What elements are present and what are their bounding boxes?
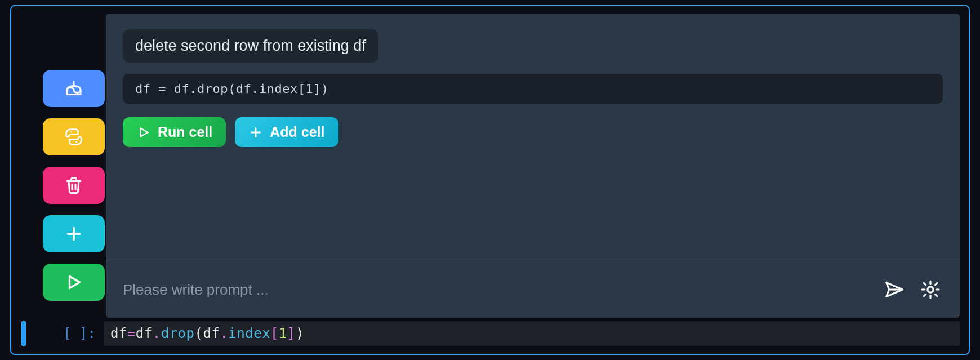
send-button[interactable]: [882, 277, 907, 302]
cell-active-marker: [21, 321, 26, 346]
run-cell-label: Run cell: [158, 124, 212, 140]
gear-icon: [920, 279, 941, 300]
cell-frame: delete second row from existing df df = …: [10, 5, 970, 355]
play-icon: [136, 125, 151, 140]
action-row: Run cell Add cell: [123, 117, 943, 147]
toolbar-add-button[interactable]: [43, 215, 105, 252]
toolbar-run-button[interactable]: [43, 264, 105, 301]
add-cell-label: Add cell: [270, 124, 324, 140]
cell-code-content[interactable]: df = df.drop(df.index[1]): [104, 321, 960, 346]
svg-point-0: [73, 81, 74, 83]
prompt-input[interactable]: [123, 281, 871, 299]
svg-point-3: [928, 287, 933, 292]
ai-panel: delete second row from existing df df = …: [106, 14, 960, 318]
ai-panel-content: delete second row from existing df df = …: [106, 14, 960, 261]
cake-icon: [64, 78, 84, 99]
cell-prompt-label: [ ]:: [26, 321, 104, 346]
suggested-code: df = df.drop(df.index[1]): [123, 74, 943, 104]
toolbar-cake-button[interactable]: [43, 70, 105, 107]
trash-icon: [64, 175, 84, 195]
add-cell-button[interactable]: Add cell: [235, 117, 338, 147]
query-chip: delete second row from existing df: [123, 29, 378, 63]
plus-icon: [248, 125, 263, 140]
panel-divider: [106, 261, 960, 261]
plus-icon: [64, 224, 84, 244]
python-icon: [64, 127, 84, 147]
svg-point-1: [70, 131, 72, 133]
settings-button[interactable]: [918, 277, 943, 302]
run-cell-button[interactable]: Run cell: [123, 117, 226, 147]
toolbar-delete-button[interactable]: [43, 167, 105, 204]
code-cell[interactable]: [ ]: df = df.drop(df.index[1]): [21, 321, 960, 346]
send-icon: [884, 279, 905, 300]
toolbar-python-button[interactable]: [43, 118, 105, 155]
svg-point-2: [75, 141, 77, 143]
play-icon: [64, 272, 84, 292]
prompt-row: [106, 261, 960, 318]
cell-toolbar: [43, 70, 105, 301]
